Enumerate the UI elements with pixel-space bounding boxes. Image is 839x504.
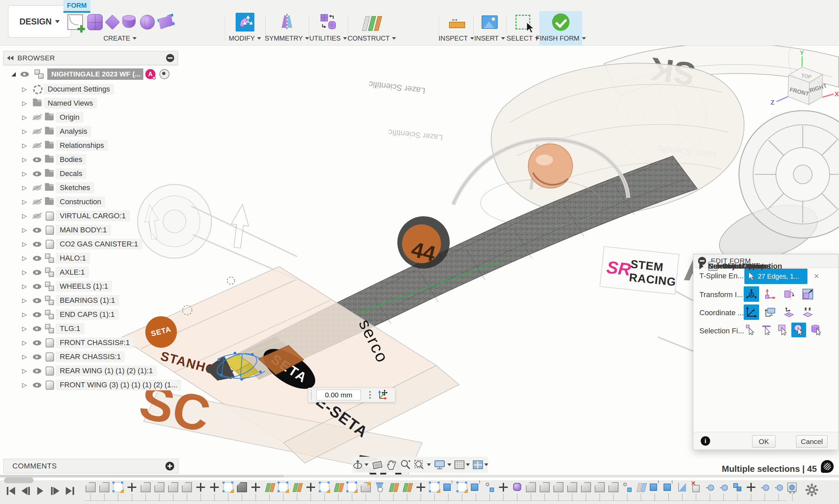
timeline-feature[interactable]: [510, 482, 524, 500]
visibility-eye-icon[interactable]: [32, 211, 43, 221]
timeline-feature[interactable]: [565, 482, 579, 500]
browser-tree-row[interactable]: ▷ Analysis: [3, 124, 178, 139]
symmetry-menu[interactable]: SYMMETRY: [265, 33, 309, 43]
timeline-feature[interactable]: [263, 482, 277, 500]
timeline-feature[interactable]: [235, 482, 249, 500]
timeline-feature[interactable]: [428, 482, 442, 500]
root-document-label[interactable]: NIGHTINGALE 2023 WF (...: [47, 68, 143, 80]
timeline-feature[interactable]: [345, 482, 359, 500]
form-box-icon[interactable]: [87, 14, 103, 30]
timeline-scroll-thumb[interactable]: [4, 478, 34, 483]
timeline-feature[interactable]: [538, 482, 552, 500]
modify-menu[interactable]: MODIFY: [229, 33, 261, 43]
form-cylinder-icon[interactable]: [122, 15, 136, 29]
timeline-feature[interactable]: [111, 482, 125, 500]
distance-input[interactable]: [316, 390, 361, 400]
timeline-settings-gear-icon[interactable]: [805, 483, 819, 497]
timeline-feature[interactable]: [607, 482, 620, 500]
timeline-feature[interactable]: [593, 482, 607, 500]
play-button[interactable]: [34, 485, 46, 497]
visibility-eye-icon[interactable]: [32, 141, 43, 150]
visibility-eye-icon[interactable]: [32, 169, 43, 179]
expand-arrow-icon[interactable]: ▷: [22, 142, 32, 149]
inspect-menu[interactable]: INSPECT: [439, 33, 474, 43]
browser-tree-row[interactable]: ▷ Origin: [3, 110, 178, 124]
browser-tree-row[interactable]: ▷ Relationships: [3, 139, 178, 152]
viewports-button[interactable]: [473, 461, 488, 469]
browser-tree-row[interactable]: ▷ Construction: [3, 195, 178, 209]
add-comment-icon[interactable]: [165, 462, 174, 470]
timeline-feature[interactable]: [524, 482, 538, 500]
browser-root-row[interactable]: NIGHTINGALE 2023 WF (... A: [3, 67, 178, 82]
visibility-eye-icon[interactable]: [32, 295, 43, 305]
visibility-eye-icon[interactable]: [32, 338, 43, 348]
timeline-feature[interactable]: [167, 482, 180, 500]
filter-face-vertex-button[interactable]: [791, 323, 806, 337]
expand-section-icon[interactable]: [699, 263, 703, 269]
timeline-feature[interactable]: [744, 482, 758, 500]
expand-arrow-icon[interactable]: ▷: [22, 184, 32, 192]
expand-arrow-icon[interactable]: ▷: [22, 86, 32, 93]
expand-arrow-icon[interactable]: ▷: [22, 283, 32, 290]
expand-arrow-icon[interactable]: ▷: [22, 114, 32, 121]
browser-tree-row[interactable]: ▷ REAR WING (1) (1) (2) (1):1: [3, 364, 178, 378]
collaborator-avatar[interactable]: A: [145, 69, 155, 79]
timeline-feature[interactable]: [634, 482, 648, 500]
timeline-feature[interactable]: [579, 482, 593, 500]
expand-arrow-icon[interactable]: ▷: [22, 254, 32, 262]
comments-bar[interactable]: COMMENTS: [3, 459, 178, 473]
go-to-start-button[interactable]: [5, 485, 17, 497]
filter-vertex-button[interactable]: [743, 323, 758, 337]
timeline-feature[interactable]: [304, 482, 318, 500]
visibility-eye-icon[interactable]: [32, 267, 43, 277]
coordinate-local-button[interactable]: [781, 305, 797, 320]
timeline-feature[interactable]: [332, 482, 345, 500]
tab-form[interactable]: FORM: [64, 0, 90, 11]
go-to-end-button[interactable]: [64, 485, 76, 497]
timeline-feature[interactable]: [84, 482, 98, 500]
drag-handle[interactable]: [310, 390, 314, 400]
timeline-feature[interactable]: [620, 482, 634, 500]
expand-arrow-icon[interactable]: ▷: [22, 100, 32, 107]
finish-form-button[interactable]: FINISH FORM: [536, 33, 586, 43]
transform-triad-button[interactable]: [744, 286, 759, 302]
display-settings-button[interactable]: [434, 460, 451, 470]
insert-menu[interactable]: INSERT: [474, 33, 505, 43]
viewcube[interactable]: TOP FRONT RIGHT Y X Z: [769, 50, 839, 114]
zoom-window-button[interactable]: [414, 459, 431, 470]
visibility-eye-icon[interactable]: [32, 239, 43, 249]
expand-arrow-icon[interactable]: ▷: [22, 156, 32, 163]
visibility-eye-icon[interactable]: [32, 225, 43, 235]
timeline-feature[interactable]: [387, 482, 400, 500]
timeline-feature[interactable]: [249, 482, 263, 500]
timeline-feature[interactable]: [222, 482, 235, 500]
browser-tree-row[interactable]: ▷ Sketches: [3, 181, 178, 195]
timeline-feature[interactable]: [772, 482, 786, 500]
timeline-feature[interactable]: [689, 482, 703, 500]
expand-arrow-icon[interactable]: ▷: [22, 170, 32, 177]
mirror-symmetry-icon[interactable]: [279, 14, 295, 31]
more-options-icon[interactable]: [365, 390, 374, 400]
expand-arrow-icon[interactable]: ▷: [22, 339, 32, 346]
driver-helmet[interactable]: [528, 144, 573, 188]
insert-image-icon[interactable]: [482, 15, 498, 29]
transform-scale-button[interactable]: [800, 286, 816, 302]
timeline-feature[interactable]: [98, 482, 111, 500]
timeline-feature[interactable]: [442, 482, 455, 500]
timeline-feature[interactable]: [180, 482, 194, 500]
visibility-eye-icon[interactable]: [32, 155, 43, 165]
visibility-eye-icon[interactable]: [32, 380, 43, 390]
expand-arrow-icon[interactable]: ▷: [22, 226, 32, 234]
cancel-button[interactable]: Cancel: [796, 435, 827, 448]
step-back-button[interactable]: [19, 485, 32, 497]
timeline-feature[interactable]: [552, 482, 565, 500]
collapse-panel-icon[interactable]: [7, 56, 14, 60]
timeline-feature[interactable]: [318, 482, 332, 500]
coordinate-per-entity-button[interactable]: [800, 305, 816, 320]
browser-tree-row[interactable]: ▷ TLG:1: [3, 322, 178, 336]
edit-form-icon[interactable]: [235, 13, 255, 32]
browser-tree-row[interactable]: ▷ END CAPS (1):1: [3, 307, 178, 322]
finish-form-check-icon[interactable]: [552, 13, 570, 31]
visibility-eye-icon[interactable]: [19, 69, 31, 79]
expand-arrow-icon[interactable]: ▷: [22, 240, 32, 248]
